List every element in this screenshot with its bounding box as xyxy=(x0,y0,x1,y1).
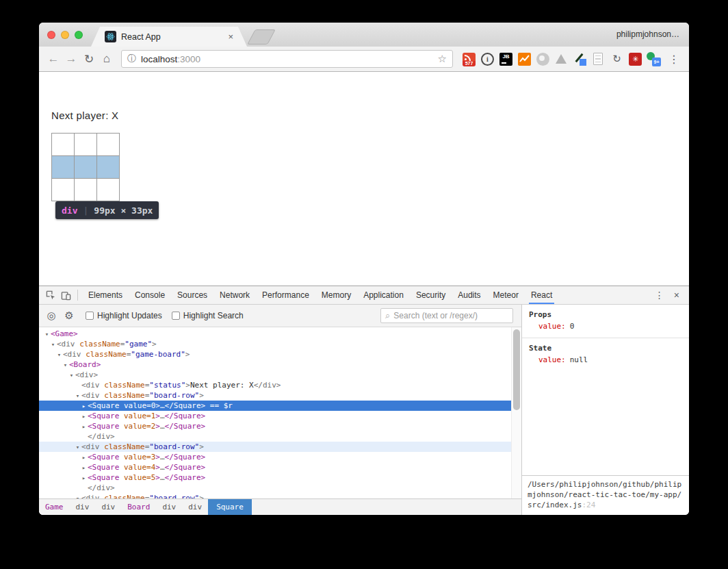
minimize-window-button[interactable] xyxy=(61,31,69,39)
board-square[interactable] xyxy=(97,134,120,156)
breadcrumb-item-div[interactable]: div xyxy=(70,499,96,515)
tree-row[interactable]: <div className="status">Next player: X</… xyxy=(39,380,521,390)
scrollbar-thumb[interactable] xyxy=(513,329,520,410)
forward-icon[interactable]: → xyxy=(64,52,79,66)
breadcrumb-item-board[interactable]: Board xyxy=(121,499,156,515)
tree-row[interactable]: ▾<div className="board-row"> xyxy=(39,390,521,401)
board-square[interactable] xyxy=(97,179,120,201)
board-square[interactable] xyxy=(75,134,97,156)
expand-arrow-icon[interactable]: ▾ xyxy=(43,329,51,340)
breadcrumb-item-game[interactable]: Game xyxy=(39,499,70,515)
expand-arrow-icon[interactable]: ▾ xyxy=(55,350,63,360)
inspect-element-icon[interactable] xyxy=(43,288,58,302)
tree-row[interactable]: ▸<Square value=1>…</Square> xyxy=(39,411,521,421)
new-tab-button[interactable] xyxy=(247,29,276,45)
devtools-tab-network[interactable]: Network xyxy=(213,286,256,304)
tree-row[interactable]: ▾<Board> xyxy=(39,359,521,370)
profile-name[interactable]: philipmjohnson… xyxy=(616,29,679,39)
devtools-tab-memory[interactable]: Memory xyxy=(315,286,357,304)
search-input[interactable] xyxy=(393,311,508,320)
tree-scrollbar[interactable] xyxy=(511,327,521,498)
board-square[interactable] xyxy=(52,156,75,179)
document-extension-icon[interactable] xyxy=(592,53,605,66)
browser-tab[interactable]: React App × xyxy=(91,27,247,47)
board-square[interactable] xyxy=(75,156,97,179)
rss-extension-icon[interactable]: 577 xyxy=(463,53,476,66)
counter-extension-icon[interactable]: 9+ xyxy=(647,53,660,66)
expand-arrow-icon[interactable]: ▸ xyxy=(80,463,88,473)
site-info-icon[interactable]: ⓘ xyxy=(127,53,136,65)
tree-row[interactable]: </div> xyxy=(39,483,521,493)
tree-row[interactable]: </div> xyxy=(39,431,521,442)
tree-row[interactable]: ▾<div className="game-board"> xyxy=(39,349,521,359)
tree-row[interactable]: ▸<Square value=0>…</Square> == $r xyxy=(39,401,521,411)
expand-arrow-icon[interactable]: ▸ xyxy=(80,453,88,463)
source-file-path[interactable]: /Users/philipjohnson/github/philipmjohns… xyxy=(522,475,689,515)
tree-row[interactable]: ▾<div className="board-row"> xyxy=(39,442,521,452)
devtools-tab-security[interactable]: Security xyxy=(410,286,452,304)
select-element-target-icon[interactable]: ◎ xyxy=(44,309,58,322)
expand-arrow-icon[interactable]: ▾ xyxy=(49,340,57,350)
devtools-tab-react[interactable]: React xyxy=(525,286,558,304)
devtools-tab-application[interactable]: Application xyxy=(357,286,410,304)
breadcrumb-item-div[interactable]: div xyxy=(182,499,208,515)
expand-arrow-icon[interactable]: ▾ xyxy=(74,494,81,498)
property-entry[interactable]: value:null xyxy=(529,355,682,365)
breadcrumb-item-div[interactable]: div xyxy=(156,499,182,515)
property-entry[interactable]: value:0 xyxy=(529,321,682,331)
checkbox-box[interactable] xyxy=(172,312,180,320)
tree-row[interactable]: ▾<div className="board-row"> xyxy=(39,493,521,498)
tree-row[interactable]: ▾<Game> xyxy=(39,329,521,339)
devtools-tab-meteor[interactable]: Meteor xyxy=(487,286,525,304)
tree-row[interactable]: ▾<div className="game"> xyxy=(39,339,521,349)
webscraper-extension-icon[interactable]: ✳ xyxy=(629,53,642,66)
comet-extension-icon[interactable] xyxy=(536,53,549,66)
close-window-button[interactable] xyxy=(47,31,55,39)
expand-arrow-icon[interactable]: ▾ xyxy=(62,360,69,370)
checkbox-box[interactable] xyxy=(86,312,94,320)
expand-arrow-icon[interactable]: ▸ xyxy=(80,401,88,412)
analytics-extension-icon[interactable] xyxy=(518,53,531,66)
breadcrumb-item-div[interactable]: div xyxy=(95,499,121,515)
board-square[interactable] xyxy=(52,179,75,201)
expand-arrow-icon[interactable]: ▾ xyxy=(74,442,81,453)
devtools-tab-performance[interactable]: Performance xyxy=(256,286,315,304)
tree-row[interactable]: ▸<Square value=3>…</Square> xyxy=(39,452,521,462)
info-extension-icon[interactable]: i xyxy=(481,53,494,66)
colorpicker-extension-icon[interactable] xyxy=(573,53,586,66)
board-square[interactable] xyxy=(97,156,120,179)
address-bar[interactable]: ⓘ localhost :3000 ☆ xyxy=(121,50,453,68)
home-icon[interactable]: ⌂ xyxy=(99,52,114,66)
highlight-search-checkbox[interactable]: Highlight Search xyxy=(172,311,244,320)
jetbrains-extension-icon[interactable]: JB xyxy=(499,53,512,66)
tree-row[interactable]: ▸<Square value=4>…</Square> xyxy=(39,462,521,472)
devtools-overflow-icon[interactable]: ⋮ xyxy=(655,290,664,301)
tree-row[interactable]: ▸<Square value=5>…</Square> xyxy=(39,472,521,483)
board-square[interactable] xyxy=(52,134,75,156)
chrome-menu-icon[interactable]: ⋮ xyxy=(663,53,682,66)
highlight-updates-checkbox[interactable]: Highlight Updates xyxy=(86,311,162,320)
tree-search-box[interactable]: ⌕ xyxy=(380,308,513,323)
device-toolbar-icon[interactable] xyxy=(58,288,73,302)
tree-row[interactable]: ▾<div> xyxy=(39,370,521,380)
drive-extension-icon[interactable] xyxy=(555,53,568,66)
zoom-window-button[interactable] xyxy=(75,31,83,39)
expand-arrow-icon[interactable]: ▸ xyxy=(80,473,88,483)
settings-gear-icon[interactable]: ⚙ xyxy=(62,309,76,322)
session-restore-extension-icon[interactable]: ↻ xyxy=(610,53,623,66)
breadcrumb-item-square[interactable]: Square xyxy=(208,499,252,515)
bookmark-star-icon[interactable]: ☆ xyxy=(438,53,447,65)
expand-arrow-icon[interactable]: ▸ xyxy=(80,412,88,422)
devtools-tab-elements[interactable]: Elements xyxy=(82,286,129,304)
board-square[interactable] xyxy=(75,179,97,201)
reload-icon[interactable]: ↻ xyxy=(81,52,96,66)
tree-row[interactable]: ▸<Square value=2>…</Square> xyxy=(39,421,521,431)
expand-arrow-icon[interactable]: ▸ xyxy=(80,422,88,432)
expand-arrow-icon[interactable]: ▾ xyxy=(68,370,75,381)
devtools-tab-sources[interactable]: Sources xyxy=(171,286,213,304)
devtools-tab-console[interactable]: Console xyxy=(129,286,171,304)
devtools-tab-audits[interactable]: Audits xyxy=(452,286,486,304)
tab-close-icon[interactable]: × xyxy=(228,31,233,42)
back-icon[interactable]: ← xyxy=(46,52,61,66)
expand-arrow-icon[interactable]: ▾ xyxy=(74,391,81,401)
